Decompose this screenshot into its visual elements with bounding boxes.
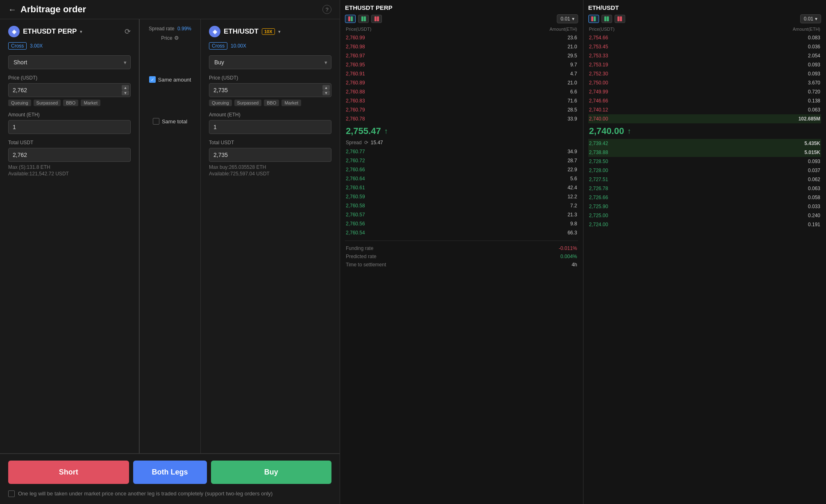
right-instrument-dropdown[interactable]: ▾ bbox=[278, 29, 281, 34]
table-row[interactable]: 2,760.9821.0 bbox=[345, 42, 578, 51]
right-tag-queuing[interactable]: Queuing bbox=[209, 100, 232, 106]
left-amount-input[interactable] bbox=[8, 120, 131, 134]
short-button[interactable]: Short bbox=[8, 461, 129, 484]
left-leg-panel: ◈ ETHUSDT PERP ▾ ⟳ Cross 3.00X Short bbox=[0, 19, 139, 453]
same-total-label: Same total bbox=[162, 118, 187, 125]
right-amount-label: Amount (ETH) bbox=[209, 112, 331, 118]
right-price-up[interactable]: ▲ bbox=[322, 85, 330, 90]
left-side-select[interactable]: Short Buy bbox=[8, 55, 131, 69]
refresh-icon[interactable]: ⟳ bbox=[125, 27, 131, 36]
table-row[interactable]: 2,760.6142.4 bbox=[345, 183, 578, 192]
table-row[interactable]: 2,727.510.062 bbox=[588, 175, 821, 184]
table-row[interactable]: 2,739.425.435K bbox=[588, 139, 821, 148]
orderbook-left: ETHUSDT PERP 0.01 ▾ bbox=[340, 0, 583, 504]
table-row[interactable]: 2,760.6622.9 bbox=[345, 165, 578, 174]
table-row[interactable]: 2,760.886.6 bbox=[345, 87, 578, 96]
left-amount-label: Amount (ETH) bbox=[8, 112, 131, 118]
table-row[interactable]: 2,725.000.240 bbox=[588, 211, 821, 220]
table-row[interactable]: 2,753.450.036 bbox=[588, 42, 821, 51]
table-row[interactable]: 2,752.300.093 bbox=[588, 69, 821, 78]
table-row[interactable]: 2,760.7734.9 bbox=[345, 147, 578, 156]
spread-refresh-icon[interactable]: ⟳ bbox=[364, 140, 368, 145]
right-side-select[interactable]: Buy Short bbox=[209, 55, 331, 69]
left-instrument-dropdown[interactable]: ▾ bbox=[80, 29, 82, 34]
left-tag-surpassed[interactable]: Surpassed bbox=[34, 100, 61, 106]
table-row[interactable]: 2,760.587.2 bbox=[345, 201, 578, 210]
table-row[interactable]: 2,760.8371.6 bbox=[345, 96, 578, 105]
table-row[interactable]: 2,728.500.093 bbox=[588, 157, 821, 166]
gear-icon[interactable]: ⚙ bbox=[174, 35, 179, 41]
price-center-label: Price bbox=[161, 35, 172, 41]
ob-view-bids[interactable] bbox=[358, 15, 369, 23]
right-available-info: Available:725,597.04 USDT bbox=[209, 171, 331, 177]
ob-left-spread-row: Spread ⟳ 15.47 bbox=[345, 139, 578, 147]
table-row[interactable]: 2,760.959.7 bbox=[345, 60, 578, 69]
table-row[interactable]: 2,728.000.037 bbox=[588, 166, 821, 175]
orderbook-right: ETH/USDT 0.01 ▾ bbox=[583, 0, 826, 504]
ob-view-both[interactable] bbox=[345, 15, 356, 23]
disclaimer-checkbox[interactable] bbox=[8, 490, 15, 497]
table-row[interactable]: 2,746.660.138 bbox=[588, 96, 821, 105]
funding-rate-value: -0.011% bbox=[559, 245, 577, 251]
right-tag-bbo[interactable]: BBO bbox=[264, 100, 279, 106]
left-price-down[interactable]: ▼ bbox=[122, 91, 129, 95]
right-tag-surpassed[interactable]: Surpassed bbox=[234, 100, 262, 106]
help-button[interactable]: ? bbox=[322, 5, 331, 14]
ob-right-increment[interactable]: 0.01 ▾ bbox=[800, 14, 821, 23]
left-tag-bbo[interactable]: BBO bbox=[63, 100, 78, 106]
bottom-section: Short Both Legs Buy One leg will be take… bbox=[0, 454, 340, 504]
ob-right-view-bids[interactable] bbox=[601, 15, 612, 23]
table-row[interactable]: 2,760.914.7 bbox=[345, 69, 578, 78]
predicted-rate-label: Predicted rate bbox=[346, 254, 377, 259]
ob-right-controls: 0.01 ▾ bbox=[588, 14, 821, 23]
table-row[interactable]: 2,760.569.8 bbox=[345, 219, 578, 228]
table-row[interactable]: 2,760.9729.5 bbox=[345, 51, 578, 60]
ob-view-asks[interactable] bbox=[371, 15, 382, 23]
ob-right-bids: 2,739.425.435K 2,738.885.015K 2,728.500.… bbox=[588, 139, 821, 229]
table-row[interactable]: 2,760.8921.0 bbox=[345, 78, 578, 87]
table-row[interactable]: 2,740.120.063 bbox=[588, 105, 821, 114]
both-legs-button[interactable]: Both Legs bbox=[133, 461, 207, 484]
table-row[interactable]: 2,726.780.063 bbox=[588, 184, 821, 193]
left-price-up[interactable]: ▲ bbox=[122, 85, 129, 90]
table-row[interactable]: 2,760.5721.3 bbox=[345, 210, 578, 219]
buy-button[interactable]: Buy bbox=[211, 461, 332, 484]
left-tag-market[interactable]: Market bbox=[81, 100, 100, 106]
table-row[interactable]: 2,749.990.720 bbox=[588, 87, 821, 96]
ob-left-increment[interactable]: 0.01 ▾ bbox=[557, 14, 578, 23]
ob-right-view-both[interactable] bbox=[588, 15, 599, 23]
same-total-checkbox[interactable] bbox=[153, 118, 159, 125]
table-row[interactable]: 2,760.7833.9 bbox=[345, 114, 578, 123]
same-amount-checkbox[interactable]: ✓ bbox=[149, 76, 156, 83]
table-row[interactable]: 2,725.900.033 bbox=[588, 202, 821, 211]
funding-section: Funding rate -0.011% Predicted rate 0.00… bbox=[345, 241, 578, 269]
table-row[interactable]: 2,760.645.6 bbox=[345, 174, 578, 183]
back-button[interactable]: ← bbox=[8, 5, 16, 14]
ob-left-title: ETHUSDT PERP bbox=[345, 4, 578, 11]
table-row[interactable]: 2,753.332.054 bbox=[588, 51, 821, 60]
ob-right-view-asks[interactable] bbox=[615, 15, 625, 23]
right-total-input[interactable] bbox=[209, 148, 331, 162]
table-row[interactable]: 2,724.000.191 bbox=[588, 220, 821, 229]
left-price-input[interactable] bbox=[8, 83, 131, 97]
table-row[interactable]: 2,740.00102.685M bbox=[588, 114, 821, 123]
right-price-input[interactable] bbox=[209, 83, 331, 97]
table-row[interactable]: 2,760.7928.5 bbox=[345, 105, 578, 114]
page-title: Arbitrage order bbox=[20, 4, 86, 15]
right-tag-market[interactable]: Market bbox=[281, 100, 301, 106]
table-row[interactable]: 2,753.190.093 bbox=[588, 60, 821, 69]
table-row[interactable]: 2,726.660.058 bbox=[588, 193, 821, 202]
table-row[interactable]: 2,750.003.670 bbox=[588, 78, 821, 87]
table-row[interactable]: 2,754.660.083 bbox=[588, 33, 821, 42]
table-row[interactable]: 2,760.5912.2 bbox=[345, 192, 578, 201]
left-total-input[interactable] bbox=[8, 148, 131, 162]
table-row[interactable]: 2,760.9923.6 bbox=[345, 33, 578, 42]
right-price-label: Price (USDT) bbox=[209, 75, 331, 81]
right-price-down[interactable]: ▼ bbox=[322, 91, 330, 95]
table-row[interactable]: 2,738.885.015K bbox=[588, 148, 821, 157]
funding-rate-label: Funding rate bbox=[346, 245, 373, 251]
table-row[interactable]: 2,760.5466.3 bbox=[345, 228, 578, 237]
right-amount-input[interactable] bbox=[209, 120, 331, 134]
table-row[interactable]: 2,760.7228.7 bbox=[345, 156, 578, 165]
left-tag-queuing[interactable]: Queuing bbox=[8, 100, 31, 106]
